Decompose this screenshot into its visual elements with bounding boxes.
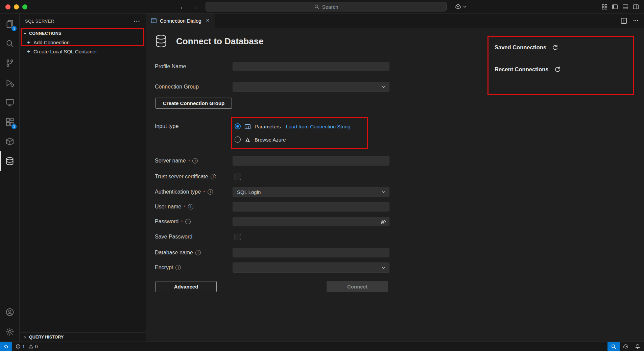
copilot-icon [455,3,461,10]
remote-explorer-icon [5,98,14,107]
profile-name-label: Profile Name [155,64,233,70]
info-icon[interactable]: i [185,219,191,224]
forward-icon[interactable]: → [191,3,198,11]
load-connection-string-link[interactable]: Load from Connection String [286,124,351,129]
maximize-window-button[interactable] [22,4,27,9]
settings-button[interactable] [0,322,19,342]
parameters-radio[interactable] [235,123,241,129]
query-history-section-header[interactable]: QUERY HISTORY [20,332,146,342]
back-icon[interactable]: ← [179,3,186,11]
search-icon [5,39,14,48]
sidebar-item-create-local-sql-container[interactable]: + Create Local SQL Container [20,47,146,56]
database-icon [155,34,167,48]
info-icon[interactable]: i [188,204,193,209]
sidebar-item-add-connection[interactable]: + Add Connection [20,38,146,47]
sidebar-item-run-debug[interactable] [0,73,19,93]
close-window-button[interactable] [5,4,10,9]
command-center-search[interactable]: Search [206,2,447,11]
error-icon [16,344,21,349]
save-password-checkbox[interactable] [235,234,241,240]
user-name-label: User name* i [155,204,233,210]
toggle-sidebar-right-icon[interactable] [633,3,639,10]
query-history-label: QUERY HISTORY [29,335,64,340]
show-password-icon[interactable] [380,219,386,225]
browse-azure-radio[interactable] [235,136,241,143]
save-password-label: Save Password [155,234,233,240]
trust-cert-label: Trust server certificate i [155,174,233,180]
sql-server-icon [5,157,14,166]
connection-group-select[interactable] [233,82,389,92]
add-connection-label: Add Connection [33,40,70,45]
sidebar-item-search[interactable] [0,34,19,53]
remote-indicator[interactable] [0,342,12,351]
tab-title: Connection Dialog [160,18,201,24]
sidebar-item-source-control[interactable] [0,53,19,73]
bell-icon [635,344,640,349]
close-tab-icon[interactable]: × [205,17,211,24]
status-bar: 1 0 [0,342,644,351]
search-placeholder: Search [322,4,338,10]
sidebar-title: SQL SERVER [25,19,54,24]
zoom-status-item[interactable] [607,342,620,351]
chevron-down-icon [382,86,385,88]
auth-type-select[interactable]: SQL Login [233,187,389,197]
user-name-input[interactable] [233,202,389,211]
tab-connection-dialog[interactable]: Connection Dialog × [146,14,215,28]
encrypt-select[interactable] [233,262,389,273]
extensions-badge: 1 [11,124,17,129]
chevron-right-icon [22,334,28,340]
input-type-label: Input type [155,121,233,131]
plus-icon: + [26,39,31,46]
connect-button[interactable]: Connect [327,281,388,292]
problems-status[interactable]: 1 0 [12,344,41,349]
connection-dialog-form: Connect to Database Profile Name Connect… [146,28,486,342]
recent-connections-label: Recent Connections [495,66,549,73]
sidebar-more-actions-icon[interactable]: ··· [134,18,140,24]
editor-more-actions-icon[interactable]: ··· [633,18,639,24]
source-control-icon [5,59,14,68]
password-label: Password* i [155,219,233,225]
title-bar: ← → Search [0,0,644,14]
profile-name-input[interactable] [233,62,389,71]
customize-layout-icon[interactable] [601,3,608,10]
sidebar-item-sql-server[interactable] [0,151,19,171]
info-icon[interactable]: i [195,250,201,255]
refresh-recent-connections-icon[interactable] [554,66,560,73]
password-input[interactable] [233,217,389,226]
plus-icon: + [26,48,31,55]
create-local-sql-container-label: Create Local SQL Container [33,49,97,54]
refresh-saved-connections-icon[interactable] [552,44,558,51]
connection-dialog-tab-icon [151,18,157,24]
server-name-input[interactable] [233,156,389,166]
server-name-label: Server name* i [155,158,233,164]
info-icon[interactable]: i [208,189,213,195]
split-editor-icon[interactable] [621,18,627,24]
connections-section-header[interactable]: CONNECTIONS [20,29,146,38]
copilot-menu[interactable] [455,0,467,14]
package-icon [5,137,14,146]
account-icon [5,308,14,317]
info-icon[interactable]: i [175,265,181,270]
advanced-button[interactable]: Advanced [156,281,217,292]
accounts-button[interactable] [0,302,19,322]
database-name-input[interactable] [233,248,389,257]
sql-server-sidebar: SQL SERVER ··· CONNECTIONS + Add Connect… [20,14,146,342]
toggle-sidebar-left-icon[interactable] [612,3,618,10]
azure-icon [244,137,251,143]
notifications-bell[interactable] [631,342,643,351]
info-icon[interactable]: i [192,158,198,164]
window-controls [5,4,27,9]
copilot-status-item[interactable] [620,342,631,351]
run-debug-icon [5,78,14,87]
minimize-window-button[interactable] [14,4,19,9]
sidebar-item-explorer[interactable]: 1 [0,14,19,34]
info-icon[interactable]: i [211,174,216,179]
warning-count: 0 [35,344,38,349]
create-connection-group-button[interactable]: Create Connection Group [156,98,232,109]
sidebar-item-containers[interactable] [0,132,19,151]
sidebar-item-extensions[interactable]: 1 [0,112,19,132]
toggle-panel-icon[interactable] [622,3,629,10]
trust-cert-checkbox[interactable] [235,174,241,180]
sidebar-item-remote-explorer[interactable] [0,93,19,112]
connections-browser-panel: Saved Connections Recent Connections [486,28,644,342]
